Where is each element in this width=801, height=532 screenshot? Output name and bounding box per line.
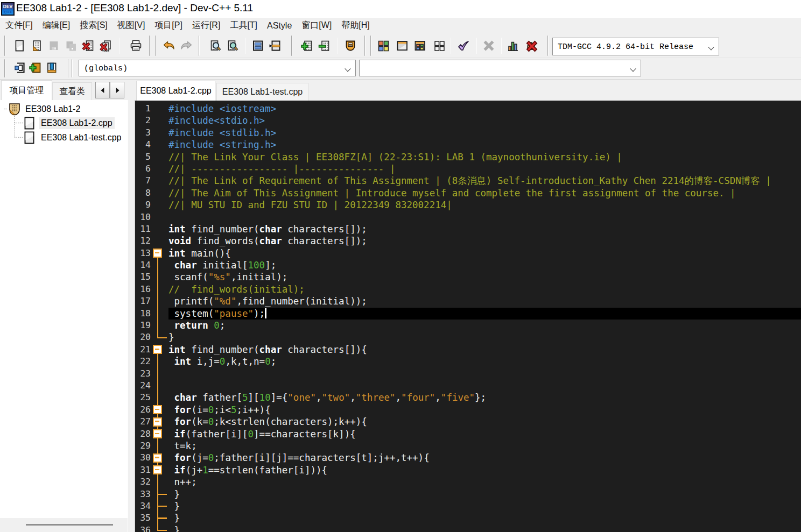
code-line-25[interactable]: 25 char father[5][10]={"one","two","thre… xyxy=(135,392,801,403)
code-line-8[interactable]: 8//| The Aim of This Assignment | Introd… xyxy=(135,187,801,199)
fold-collapse-icon[interactable] xyxy=(153,417,162,427)
code-line-7[interactable]: 7//| The Link of Requirement of This Ass… xyxy=(135,175,801,187)
fold-margin xyxy=(152,512,168,524)
code-line-35[interactable]: 35 } xyxy=(135,512,801,524)
replace-button[interactable] xyxy=(226,39,239,52)
fold-collapse-icon[interactable] xyxy=(153,405,162,414)
stop-execution-button[interactable] xyxy=(482,39,495,52)
new-file-button[interactable] xyxy=(13,39,26,52)
code-line-12[interactable]: 12void find_words(char characters[]); xyxy=(135,235,801,247)
tab-scroll-right-button[interactable] xyxy=(110,82,124,98)
delete-profiling-button[interactable] xyxy=(525,39,538,52)
code-line-15[interactable]: 15 scanf("%s",initial); xyxy=(135,271,801,283)
close-all-button[interactable] xyxy=(99,39,112,52)
class-browser-select[interactable]: (globals) xyxy=(79,60,356,76)
menu-item-2[interactable]: 搜索[S] xyxy=(75,18,113,33)
sidebar-horizontal-scrollbar[interactable] xyxy=(0,518,128,532)
rebuild-all-button[interactable] xyxy=(433,39,446,52)
code-line-14[interactable]: 14 char initial[100]; xyxy=(135,259,801,271)
code-line-13[interactable]: 13int main(){ xyxy=(135,247,801,259)
menu-item-4[interactable]: 项目[P] xyxy=(150,18,187,33)
remove-from-project-button[interactable] xyxy=(318,39,331,52)
scrollbar-thumb[interactable] xyxy=(26,524,113,526)
code-line-21[interactable]: 21int find_number(char characters[]){ xyxy=(135,344,801,356)
fold-collapse-icon[interactable] xyxy=(153,249,162,258)
project-options-button[interactable] xyxy=(344,39,357,52)
menu-item-5[interactable]: 运行[R] xyxy=(187,18,225,33)
code-line-23[interactable]: 23 xyxy=(135,368,801,380)
code-line-3[interactable]: 3#include <stdlib.h> xyxy=(135,127,801,139)
find-button[interactable] xyxy=(209,39,222,52)
code-line-22[interactable]: 22 int i,j=0,k,t,n=0; xyxy=(135,356,801,367)
menu-item-0[interactable]: 文件[F] xyxy=(1,18,38,33)
code-line-6[interactable]: 6//| ----------------- |--------------- … xyxy=(135,163,801,175)
fold-collapse-icon[interactable] xyxy=(153,453,162,463)
goto-function-button[interactable] xyxy=(251,39,264,52)
goto-bookmark-button[interactable] xyxy=(45,61,58,74)
fold-collapse-icon[interactable] xyxy=(153,429,162,438)
redo-button[interactable] xyxy=(180,39,193,52)
tree-item-1[interactable]: EE308 Lab1-test.cpp xyxy=(24,131,123,145)
code-line-16[interactable]: 16// find_words(initial); xyxy=(135,283,801,295)
code-line-33[interactable]: 33 } xyxy=(135,488,801,500)
code-line-27[interactable]: 27 for(k=0;k<strlen(characters);k++){ xyxy=(135,416,801,428)
code-line-29[interactable]: 29 t=k; xyxy=(135,440,801,452)
code-line-30[interactable]: 30 for(j=0;father[i][j]==characters[t];j… xyxy=(135,452,801,464)
run-button[interactable] xyxy=(396,39,409,52)
compiler-select[interactable]: TDM-GCC 4.9.2 64-bit Release xyxy=(552,38,719,55)
tab-scroll-left-button[interactable] xyxy=(95,82,110,98)
code-editor[interactable]: 1#include <iostream>2#include<stdio.h>3#… xyxy=(135,101,801,532)
code-line-28[interactable]: 28 if(father[i][0]==characters[k]){ xyxy=(135,428,801,440)
editor-tab-1[interactable]: EE308 Lab1-test.cpp xyxy=(216,83,308,101)
menu-item-8[interactable]: 窗口[W] xyxy=(297,18,336,33)
code-line-4[interactable]: 4#include <string.h> xyxy=(135,139,801,151)
tree-root-project[interactable]: EE308 Lab1-2 xyxy=(8,102,82,116)
menu-item-6[interactable]: 工具[T] xyxy=(225,18,262,33)
code-line-1[interactable]: 1#include <iostream> xyxy=(135,103,801,115)
code-line-32[interactable]: 32 n++; xyxy=(135,476,801,488)
compile-button[interactable] xyxy=(377,39,390,52)
undo-button[interactable] xyxy=(163,39,175,52)
toggle-bookmark-button[interactable] xyxy=(29,61,42,74)
compile-and-run-button[interactable] xyxy=(413,39,426,52)
code-line-26[interactable]: 26 for(i=0;i<5;i++){ xyxy=(135,404,801,416)
insert-button[interactable] xyxy=(13,61,26,74)
print-button[interactable] xyxy=(129,39,142,52)
sidebar-tab-1[interactable]: 查看类 xyxy=(52,82,92,100)
sidebar-tab-0[interactable]: 项目管理 xyxy=(1,80,52,100)
code-line-20[interactable]: 20} xyxy=(135,331,801,343)
code-line-18[interactable]: 18 system("pause"); xyxy=(135,308,801,320)
code-line-36[interactable]: 36 } xyxy=(135,524,801,532)
fold-collapse-icon[interactable] xyxy=(153,345,162,354)
code-line-9[interactable]: 9//| MU STU ID and FZU STU ID | 20122349… xyxy=(135,199,801,211)
tree-root-label[interactable]: EE308 Lab1-2 xyxy=(23,103,82,115)
save-all-button[interactable] xyxy=(65,39,78,52)
save-button[interactable] xyxy=(47,39,60,52)
code-line-2[interactable]: 2#include<stdio.h> xyxy=(135,115,801,126)
open-file-button[interactable] xyxy=(30,39,43,52)
fold-collapse-icon[interactable] xyxy=(153,465,162,474)
goto-line-button[interactable] xyxy=(269,39,282,52)
close-file-button[interactable] xyxy=(82,39,95,52)
add-to-project-button[interactable] xyxy=(300,39,313,52)
code-line-11[interactable]: 11int find_number(char characters[]); xyxy=(135,223,801,235)
code-line-34[interactable]: 34 } xyxy=(135,500,801,512)
debug-button[interactable] xyxy=(457,39,470,52)
editor-tab-0[interactable]: EE308 Lab1-2.cpp xyxy=(136,81,215,101)
menu-item-9[interactable]: 帮助[H] xyxy=(336,18,374,33)
code-line-24[interactable]: 24 xyxy=(135,380,801,392)
panel-splitter[interactable] xyxy=(128,100,135,532)
member-browser-select[interactable] xyxy=(359,60,641,76)
code-line-17[interactable]: 17 printf("%d",find_number(initial)); xyxy=(135,295,801,307)
menu-item-3[interactable]: 视图[V] xyxy=(113,18,150,33)
tree-item-label[interactable]: EE308 Lab1-2.cpp xyxy=(39,117,115,129)
code-line-31[interactable]: 31 if(j+1==strlen(father[i])){ xyxy=(135,464,801,476)
tree-item-label[interactable]: EE308 Lab1-test.cpp xyxy=(39,132,123,144)
menu-item-7[interactable]: AStyle xyxy=(262,19,297,33)
code-line-5[interactable]: 5//| The Link Your Class | EE308FZ[A] (2… xyxy=(135,151,801,163)
profile-button[interactable] xyxy=(507,39,519,52)
menu-item-1[interactable]: 编辑[E] xyxy=(38,18,75,33)
tree-item-0[interactable]: EE308 Lab1-2.cpp xyxy=(24,116,115,130)
code-line-10[interactable]: 10 xyxy=(135,211,801,223)
code-line-19[interactable]: 19 return 0; xyxy=(135,320,801,331)
